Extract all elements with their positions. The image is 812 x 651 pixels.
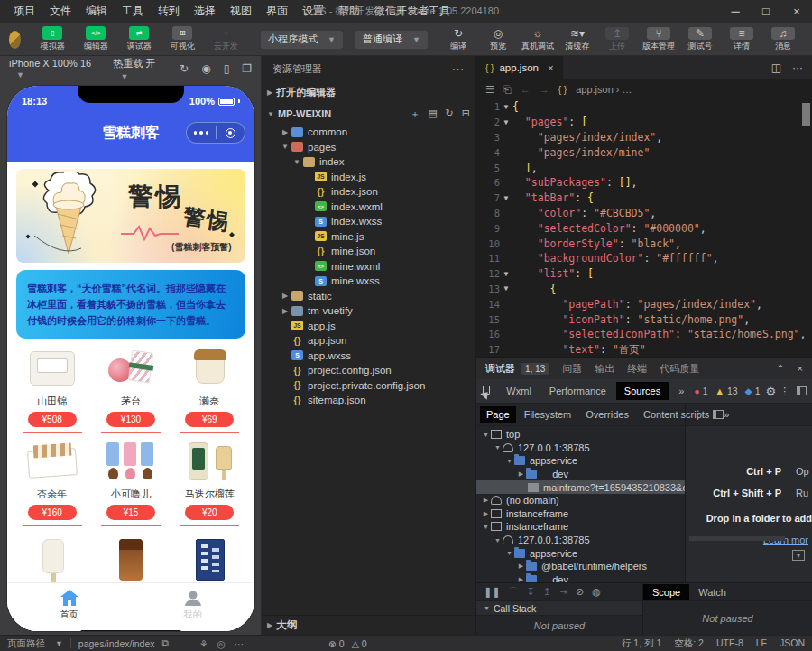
product-card[interactable] — [91, 539, 170, 586]
statusbar-more-icon[interactable]: ··· — [235, 638, 245, 649]
menu-item-转到[interactable]: 转到 — [152, 2, 186, 21]
sources-tree-item[interactable]: mainframe?t=1659435210833&cts=1659435210… — [476, 480, 685, 494]
debugger-tab-输出[interactable]: 输出 — [595, 362, 614, 376]
more-menu-icon[interactable] — [187, 131, 216, 135]
horizontal-scrollbar[interactable] — [689, 536, 785, 541]
eye-icon[interactable]: ◎ — [217, 638, 225, 649]
devtools-tab-Sources[interactable]: Sources — [616, 382, 669, 400]
menu-item-项目[interactable]: 项目 — [7, 2, 42, 21]
close-panel-icon[interactable]: × — [798, 363, 803, 375]
record-icon[interactable]: ◉ — [201, 62, 210, 75]
tree-item[interactable]: <>index.wxml — [262, 200, 475, 215]
maximize-button[interactable]: □ — [751, 0, 781, 23]
fold-icon[interactable]: ▼ — [500, 194, 512, 202]
sources-tree-item[interactable]: ▶__dev__ — [476, 468, 685, 481]
statusbar-indicator[interactable]: 行 1, 列 1 — [622, 637, 661, 650]
close-tab-icon[interactable]: × — [548, 62, 554, 73]
code-area[interactable]: 1▼{2▼ "pages": [3 "pages/index/index",4 … — [476, 99, 812, 357]
project-root-section[interactable]: ▼ MP-WEIXIN ＋▤↻⊟ — [262, 103, 475, 125]
toolbar-button-可视化[interactable]: ⊞可视化 — [161, 26, 203, 52]
user-avatar[interactable] — [9, 31, 21, 49]
warning-banner[interactable]: 警惕 警惕 (雪糕刺客预警) — [16, 169, 245, 263]
statusbar-error-count[interactable]: ⊗ 0 — [328, 638, 345, 649]
action-预览[interactable]: ◎预览 — [478, 27, 518, 52]
sources-tree-item[interactable]: ▼top — [476, 428, 685, 442]
action-消息[interactable]: ♫消息 — [763, 27, 803, 52]
hot-reload-toggle[interactable]: 热重载 开 ▼ — [113, 57, 171, 81]
step-icon[interactable]: ⇥ — [559, 586, 567, 598]
collapse-all-icon[interactable]: ⊟ — [462, 107, 470, 121]
outline-section[interactable]: ▶ 大纲 — [262, 615, 475, 635]
close-miniapp-icon[interactable] — [217, 128, 245, 138]
miniapp-tab-我的[interactable]: 我的 — [131, 583, 254, 631]
menu-item-界面[interactable]: 界面 — [260, 2, 294, 21]
new-file-icon[interactable]: ＋ — [410, 107, 420, 121]
statusbar-indicator[interactable]: JSON — [780, 637, 805, 650]
statusbar-indicator[interactable]: LF — [756, 637, 767, 650]
tree-item[interactable]: ▶tm-vuetify — [262, 303, 475, 319]
navigator-toggle-icon[interactable] — [713, 410, 724, 419]
product-card[interactable]: 杏余年¥160 — [13, 441, 91, 526]
sources-tab-Filesystem[interactable]: Filesystem — [518, 406, 578, 423]
sources-tree-item[interactable]: ▼appservice — [476, 454, 685, 468]
statusbar-indicator[interactable]: 空格: 2 — [674, 637, 704, 650]
error-count[interactable]: 1 — [694, 386, 707, 396]
product-card[interactable]: 濑奈¥69 — [171, 348, 249, 433]
menu-item-帮助[interactable]: 帮助 — [332, 2, 366, 21]
menu-item-编辑[interactable]: 编辑 — [79, 2, 114, 21]
deactivate-breakpoints-icon[interactable]: ⊘ — [576, 586, 584, 598]
restart-icon[interactable]: ↻ — [180, 62, 189, 75]
action-清缓存[interactable]: ≋▾清缓存 — [558, 27, 597, 52]
menu-item-选择[interactable]: 选择 — [188, 2, 222, 21]
minimize-button[interactable]: ─ — [720, 0, 751, 23]
action-真机调试[interactable]: ☼真机调试 — [518, 27, 558, 52]
fold-icon[interactable]: ▼ — [500, 118, 512, 126]
kebab-menu-icon[interactable]: ⋮ — [780, 386, 789, 397]
action-测试号[interactable]: ✎测试号 — [680, 27, 720, 52]
menu-item-微信开发者工具[interactable]: 微信开发者工具 — [368, 2, 457, 21]
info-count[interactable]: 1 — [745, 386, 761, 396]
tree-item[interactable]: Smine.wxss — [262, 274, 475, 289]
devtools-tab-»[interactable]: » — [670, 382, 692, 400]
dock-side-icon[interactable] — [797, 386, 807, 395]
pause-on-exceptions-icon[interactable]: ◍ — [592, 586, 601, 598]
warning-count[interactable]: 13 — [715, 386, 738, 396]
fold-icon[interactable]: ▼ — [500, 103, 512, 111]
statusbar-warning-count[interactable]: △ 0 — [352, 638, 367, 649]
product-card[interactable]: 山田锦¥508 — [13, 348, 91, 433]
phone-icon[interactable]: ▯ — [224, 62, 230, 75]
multi-window-icon[interactable]: ❐ — [242, 62, 252, 75]
gear-icon[interactable]: ⚙ — [766, 385, 777, 398]
tree-item[interactable]: ▶common — [262, 125, 475, 140]
pause-icon[interactable]: ❚❚ — [484, 586, 500, 598]
toolbar-button-模拟器[interactable]: ▯模拟器 — [32, 26, 73, 52]
breadcrumb[interactable]: app.json › … — [576, 84, 632, 95]
menu-item-视图[interactable]: 视图 — [224, 2, 258, 21]
inspect-element-icon[interactable] — [482, 385, 493, 397]
product-card[interactable]: 马迭尔榴莲¥20 — [171, 441, 249, 526]
step-into-icon[interactable]: ↧ — [526, 586, 534, 598]
toolbar-button-云开发[interactable]: ◌云开发 — [205, 26, 246, 52]
tree-item[interactable]: JSindex.js — [262, 170, 475, 185]
more-actions-icon[interactable]: ··· — [452, 63, 465, 74]
toolbar-button-调试器[interactable]: ⇄调试器 — [118, 26, 160, 52]
editor-more-icon[interactable]: ··· — [792, 61, 803, 74]
tree-item[interactable]: {}sitemap.json — [262, 393, 475, 408]
debugger-tab-代码质量[interactable]: 代码质量 — [660, 362, 699, 376]
sources-tree-item[interactable]: ▶(no domain) — [476, 494, 685, 507]
miniapp-tab-首页[interactable]: 首页 — [7, 583, 131, 631]
bug-icon[interactable]: ⚘ — [199, 638, 208, 649]
tree-item[interactable]: ▶static — [262, 289, 475, 304]
tree-item[interactable]: JSapp.js — [262, 319, 475, 334]
tree-item[interactable]: ▼index — [262, 154, 475, 170]
devtools-tab-Performance[interactable]: Performance — [541, 382, 614, 400]
tree-item[interactable]: Sindex.wxss — [262, 214, 475, 229]
menu-item-工具[interactable]: 工具 — [115, 2, 150, 21]
menu-item-文件[interactable]: 文件 — [43, 2, 78, 21]
sources-tree-item[interactable]: ▶__dev__ — [476, 573, 685, 582]
tree-item[interactable]: JSmine.js — [262, 229, 475, 245]
fold-icon[interactable]: ▼ — [500, 284, 512, 293]
panel-collapse-icon[interactable]: ▾ — [792, 550, 805, 561]
action-编译[interactable]: ↻编译 — [438, 27, 478, 52]
tree-item[interactable]: <>mine.wxml — [262, 259, 475, 274]
